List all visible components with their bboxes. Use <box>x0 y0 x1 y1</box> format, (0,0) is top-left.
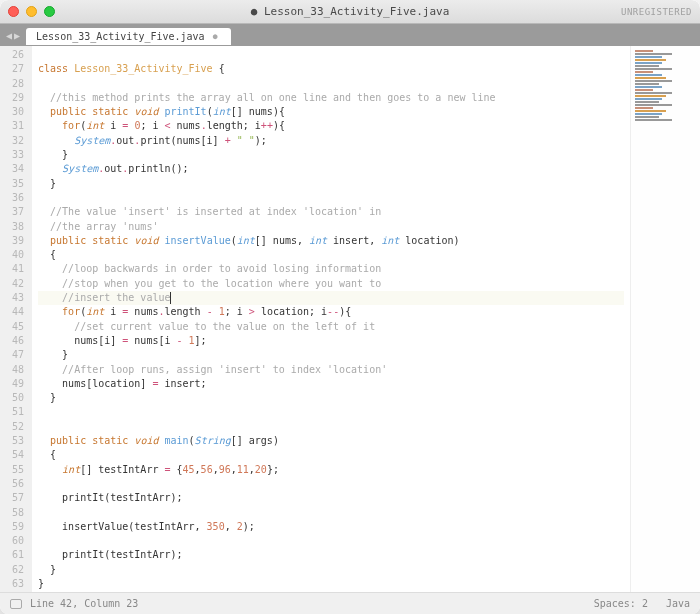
tab-dirty-icon: ● <box>213 32 218 41</box>
nav-back-icon[interactable]: ◀ <box>6 30 12 41</box>
code-view[interactable]: class Lesson_33_Activity_Five { //this m… <box>32 46 630 592</box>
tab-bar: ◀ ▶ Lesson_33_Activity_Five.java ● <box>0 24 700 46</box>
traffic-lights <box>8 6 55 17</box>
line-gutter: 26 27 28 29 30 31 32 33 34 35 36 37 38 3… <box>0 46 32 592</box>
cursor <box>170 292 171 304</box>
panel-icon[interactable] <box>10 599 22 609</box>
nav-forward-icon[interactable]: ▶ <box>14 30 20 41</box>
syntax-language[interactable]: Java <box>666 598 690 609</box>
file-tab[interactable]: Lesson_33_Activity_Five.java ● <box>26 28 231 45</box>
window-title: ● Lesson_33_Activity_Five.java <box>251 5 450 18</box>
minimize-icon[interactable] <box>26 6 37 17</box>
nav-arrows: ◀ ▶ <box>6 30 20 41</box>
status-bar: Line 42, Column 23 Spaces: 2 Java <box>0 592 700 614</box>
zoom-icon[interactable] <box>44 6 55 17</box>
close-icon[interactable] <box>8 6 19 17</box>
window-titlebar: ● Lesson_33_Activity_Five.java UNREGISTE… <box>0 0 700 24</box>
unregistered-label: UNREGISTERED <box>621 7 692 17</box>
cursor-position[interactable]: Line 42, Column 23 <box>30 598 138 609</box>
indent-setting[interactable]: Spaces: 2 <box>594 598 648 609</box>
tab-label: Lesson_33_Activity_Five.java <box>36 31 205 42</box>
minimap[interactable] <box>630 46 700 592</box>
editor-area: 26 27 28 29 30 31 32 33 34 35 36 37 38 3… <box>0 46 700 592</box>
